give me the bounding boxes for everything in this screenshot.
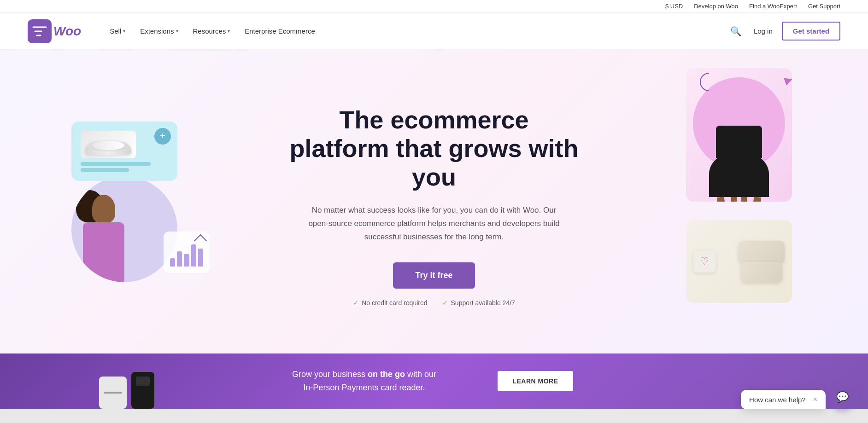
resources-chevron-icon: ▾ bbox=[228, 29, 230, 34]
chair-seat bbox=[709, 151, 769, 197]
nav-actions: 🔍 Log in Get started bbox=[727, 22, 840, 41]
heart-icon: ♡ bbox=[693, 250, 716, 272]
woman-figure bbox=[78, 195, 124, 282]
search-button[interactable]: 🔍 bbox=[727, 23, 745, 40]
chart-bar-2 bbox=[177, 251, 182, 267]
checkmark-icon-2: ✓ bbox=[442, 299, 448, 307]
enterprise-nav-item[interactable]: Enterprise Ecommerce bbox=[238, 23, 322, 39]
hero-center-content: The ecommerce platform that grows with y… bbox=[287, 105, 581, 307]
chart-bar-1 bbox=[170, 258, 175, 267]
find-woo-expert-link[interactable]: Find a WooExpert bbox=[749, 3, 797, 10]
logo-text: Woo bbox=[53, 24, 81, 39]
chart-bar-5 bbox=[198, 249, 203, 267]
search-icon: 🔍 bbox=[730, 26, 742, 36]
sell-chevron-icon: ▾ bbox=[123, 29, 125, 34]
resources-nav-item[interactable]: Resources ▾ bbox=[187, 23, 237, 39]
try-free-button[interactable]: Try it free bbox=[393, 262, 475, 289]
card-reader-device bbox=[99, 377, 127, 409]
login-button[interactable]: Log in bbox=[754, 27, 773, 35]
woman-circle-bg bbox=[71, 176, 177, 282]
analytics-chart-card bbox=[164, 232, 210, 273]
chat-close-button[interactable]: × bbox=[813, 395, 817, 404]
chat-icon: 💬 bbox=[836, 391, 849, 403]
chair-leg-left bbox=[717, 197, 727, 202]
extensions-chevron-icon: ▾ bbox=[176, 29, 178, 34]
shoe-bar-1 bbox=[81, 162, 151, 166]
chart-bar-4 bbox=[191, 244, 196, 267]
chair-leg-right bbox=[751, 197, 762, 202]
chat-widget: How can we help? × 💬 bbox=[741, 385, 854, 409]
shoe-product-card: + bbox=[71, 122, 177, 181]
learn-more-button[interactable]: LEARN MORE bbox=[498, 371, 573, 391]
woman-shirt bbox=[83, 222, 124, 282]
soap-product-card: ♡ bbox=[686, 220, 792, 303]
hero-right-decoration: ♡ bbox=[686, 68, 797, 303]
chair-shape bbox=[700, 151, 778, 197]
hero-headline: The ecommerce platform that grows with y… bbox=[287, 105, 581, 191]
banner-device-image bbox=[71, 353, 200, 409]
chart-bar-3 bbox=[184, 254, 189, 267]
shoe-card-bars bbox=[81, 162, 168, 172]
main-navigation: Woo Sell ▾ Extensions ▾ Resources ▾ Ente… bbox=[0, 13, 868, 50]
woman-chart-decoration bbox=[71, 176, 200, 282]
chair-leg-mid-right bbox=[741, 197, 747, 202]
develop-on-woo-link[interactable]: Develop on Woo bbox=[694, 3, 738, 10]
chat-bubble-text: How can we help? bbox=[749, 396, 806, 404]
nav-links: Sell ▾ Extensions ▾ Resources ▾ Enterpri… bbox=[103, 23, 727, 39]
sell-nav-item[interactable]: Sell ▾ bbox=[103, 23, 132, 39]
soap-bar-1 bbox=[739, 241, 785, 264]
soap-bar-2 bbox=[741, 262, 782, 283]
logo-link[interactable]: Woo bbox=[28, 19, 81, 43]
chat-bubble: How can we help? × bbox=[741, 390, 826, 409]
chair-leg-mid-left bbox=[731, 197, 737, 202]
mobile-device bbox=[131, 372, 154, 409]
banner-text: Grow your business on the go with our In… bbox=[249, 368, 479, 394]
shoe-image bbox=[81, 131, 136, 158]
extensions-nav-item[interactable]: Extensions ▾ bbox=[134, 23, 184, 39]
shoe-bar-2 bbox=[81, 168, 129, 172]
add-product-icon: + bbox=[154, 128, 171, 145]
woman-head bbox=[92, 195, 115, 222]
hero-subtext: No matter what success looks like for yo… bbox=[305, 204, 563, 244]
support-check: ✓ Support available 24/7 bbox=[442, 299, 515, 307]
get-support-link[interactable]: Get Support bbox=[808, 3, 840, 10]
no-credit-card-check: ✓ No credit card required bbox=[353, 299, 427, 307]
get-started-button[interactable]: Get started bbox=[782, 22, 840, 41]
checkmark-icon-1: ✓ bbox=[353, 299, 359, 307]
hero-section: + bbox=[0, 50, 868, 353]
chair-product-card bbox=[686, 68, 792, 202]
logo-icon bbox=[28, 19, 52, 43]
hero-trust-indicators: ✓ No credit card required ✓ Support avai… bbox=[287, 299, 581, 307]
chat-open-button[interactable]: 💬 bbox=[830, 385, 854, 409]
soap-stack bbox=[739, 241, 785, 283]
hero-left-decoration: + bbox=[71, 50, 200, 353]
currency-selector[interactable]: $ USD bbox=[665, 3, 683, 10]
top-utility-bar: $ USD Develop on Woo Find a WooExpert Ge… bbox=[0, 0, 868, 13]
promo-banner: Grow your business on the go with our In… bbox=[0, 353, 868, 409]
